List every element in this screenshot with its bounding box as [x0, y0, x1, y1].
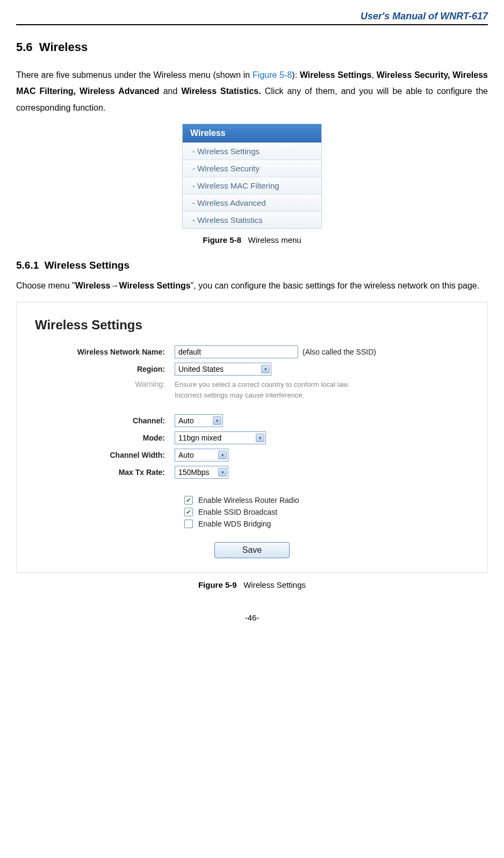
select-channel[interactable]: Auto ▾: [175, 414, 223, 427]
subsection-heading: 5.6.1 Wireless Settings: [16, 259, 488, 271]
figure-text: Wireless Settings: [243, 580, 306, 589]
select-region-value: United States: [178, 365, 224, 373]
text: There are five submenus under the Wirele…: [16, 70, 253, 80]
text: Wireless→Wireless Settings: [75, 281, 191, 290]
label-channel: Channel:: [35, 416, 175, 425]
panel-title: Wireless Settings: [35, 318, 469, 333]
chevron-down-icon: ▾: [218, 451, 227, 459]
chevron-down-icon: ▾: [213, 416, 221, 425]
row-enable-radio: ✔ Enable Wireless Router Radio: [184, 496, 469, 504]
figure-caption-1: Figure 5-8 Wireless menu: [16, 235, 488, 244]
figure-label: Figure 5-9: [198, 580, 237, 589]
select-tx-value: 150Mbps: [178, 468, 210, 477]
save-button[interactable]: Save: [214, 542, 290, 558]
running-header: User's Manual of WNRT-617: [16, 11, 488, 25]
menu-item-mac-filtering[interactable]: - Wireless MAC Filtering: [183, 177, 321, 194]
row-channel: Channel: Auto ▾: [35, 414, 469, 427]
select-mode-value: 11bgn mixed: [178, 434, 221, 442]
row-enable-ssid: ✔ Enable SSID Broadcast: [184, 508, 469, 516]
text: Wireless Statistics.: [181, 86, 261, 96]
chevron-down-icon: ▾: [261, 365, 270, 373]
label-channel-width: Channel Width:: [35, 451, 175, 459]
select-channel-value: Auto: [178, 416, 194, 425]
wireless-settings-panel: Wireless Settings Wireless Network Name:…: [16, 302, 488, 573]
row-warning: Warning: Ensure you select a correct cou…: [35, 380, 469, 400]
label-network-name: Wireless Network Name:: [35, 348, 175, 356]
row-tx-rate: Max Tx Rate: 150Mbps ▾: [35, 466, 469, 479]
text: Choose menu ": [16, 281, 75, 290]
figure-xref[interactable]: Figure 5-8: [253, 70, 292, 80]
select-tx-rate[interactable]: 150Mbps ▾: [175, 466, 228, 479]
label-enable-ssid: Enable SSID Broadcast: [198, 508, 277, 516]
warning-line2: Incorrect settings may cause interferenc…: [175, 391, 304, 400]
figure-text: Wireless menu: [248, 235, 301, 244]
checkbox-enable-ssid[interactable]: ✔: [184, 508, 193, 516]
menu-item-statistics[interactable]: - Wireless Statistics: [183, 212, 321, 228]
row-region: Region: United States ▾: [35, 363, 469, 376]
label-warning: Warning:: [35, 380, 175, 388]
text: and: [160, 86, 182, 96]
intro-paragraph: There are five submenus under the Wirele…: [16, 67, 488, 116]
row-channel-width: Channel Width: Auto ▾: [35, 449, 469, 462]
text: ):: [292, 70, 300, 80]
section-heading: 5.6 Wireless: [16, 40, 488, 54]
menu-item-advanced[interactable]: - Wireless Advanced: [183, 194, 321, 212]
ssid-hint: (Also called the SSID): [303, 348, 376, 356]
section-number: 5.6: [16, 40, 33, 54]
label-enable-wds: Enable WDS Bridging: [198, 520, 271, 528]
subsection-number: 5.6.1: [16, 259, 39, 271]
page-number: -46-: [16, 613, 488, 622]
input-network-name[interactable]: default: [175, 345, 298, 358]
figure-label: Figure 5-8: [203, 235, 241, 244]
label-region: Region:: [35, 365, 175, 373]
chevron-down-icon: ▾: [256, 434, 264, 442]
select-channel-width[interactable]: Auto ▾: [175, 449, 228, 462]
wireless-menu: Wireless - Wireless Settings - Wireless …: [182, 124, 322, 229]
label-mode: Mode:: [35, 434, 175, 442]
select-cw-value: Auto: [178, 451, 194, 459]
select-mode[interactable]: 11bgn mixed ▾: [175, 431, 266, 444]
row-mode: Mode: 11bgn mixed ▾: [35, 431, 469, 444]
text: ,: [371, 70, 376, 80]
subsection-paragraph: Choose menu "Wireless→Wireless Settings"…: [16, 278, 488, 294]
text: ", you can configure the basic settings …: [191, 281, 480, 290]
menu-item-settings[interactable]: - Wireless Settings: [183, 143, 321, 160]
figure-caption-2: Figure 5-9 Wireless Settings: [16, 580, 488, 589]
row-enable-wds: Enable WDS Bridging: [184, 520, 469, 528]
text: Wireless Settings: [300, 70, 372, 80]
label-tx-rate: Max Tx Rate:: [35, 468, 175, 477]
subsection-title: Wireless Settings: [45, 259, 129, 271]
figure-menu: Wireless - Wireless Settings - Wireless …: [16, 124, 488, 229]
menu-item-security[interactable]: - Wireless Security: [183, 160, 321, 177]
menu-header[interactable]: Wireless: [183, 124, 321, 143]
checkbox-enable-radio[interactable]: ✔: [184, 496, 193, 504]
row-network-name: Wireless Network Name: default (Also cal…: [35, 345, 469, 358]
select-region[interactable]: United States ▾: [175, 363, 271, 376]
section-title: Wireless: [39, 40, 88, 54]
warning-line1: Ensure you select a correct country to c…: [175, 380, 349, 390]
checkbox-enable-wds[interactable]: [184, 520, 193, 528]
chevron-down-icon: ▾: [218, 468, 227, 477]
label-enable-radio: Enable Wireless Router Radio: [198, 496, 299, 504]
